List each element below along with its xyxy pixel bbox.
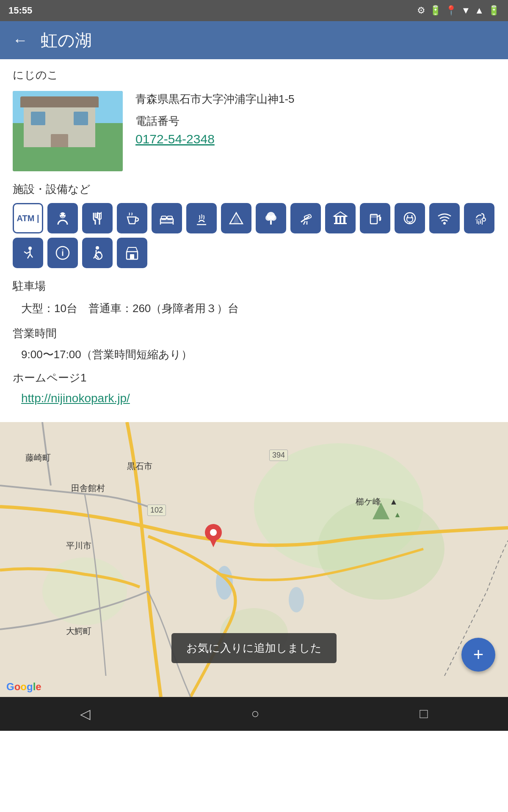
parking-section: 駐車場 大型：10台 普通車：260（身障者用３）台	[13, 279, 495, 318]
phone-link[interactable]: 0172-54-2348	[135, 132, 215, 146]
facility-garden	[256, 203, 286, 233]
location-icon: 📍	[445, 5, 457, 16]
homepage-label: ホームページ1	[13, 370, 495, 385]
svg-rect-44	[130, 254, 134, 259]
svg-rect-22	[340, 217, 341, 223]
facility-spa	[186, 203, 217, 233]
google-logo: Google	[6, 681, 41, 693]
battery-icon: 🔋	[488, 5, 500, 16]
hours-label: 営業時間	[13, 326, 495, 341]
page-title: 虹の湖	[41, 29, 92, 52]
battery-info-icon: 🔋	[430, 5, 441, 16]
svg-point-2	[64, 214, 66, 215]
map-container[interactable]: ▲ 藤崎町 田舎館村 黒石市 平川市 大鰐町 櫛ケ峰 ▲ 394 102 お気に…	[0, 422, 508, 697]
content-area: にじのこ 青森県黒石市大字沖浦字山神1-5 電話番号 0172-54-2348 …	[0, 59, 508, 422]
svg-rect-21	[335, 217, 337, 223]
phone-label: 電話番号	[135, 114, 495, 129]
facility-label: 施設・設備など	[13, 182, 495, 197]
map-town-kuroishi: 黒石市	[127, 461, 152, 472]
svg-point-31	[443, 222, 446, 225]
svg-text:i: i	[61, 248, 64, 258]
svg-rect-12	[270, 220, 272, 225]
map-town-inakadate: 田舎館村	[71, 483, 105, 494]
facility-icons: ATM |	[13, 203, 495, 268]
facility-camping	[221, 203, 251, 233]
facility-shop	[117, 238, 147, 268]
facility-electric	[395, 203, 425, 233]
svg-marker-55	[209, 538, 218, 547]
place-subtitle: にじのこ	[13, 68, 495, 82]
map-town-kushigamine: 櫛ケ峰 ▲	[356, 496, 398, 508]
svg-point-37	[28, 247, 32, 250]
back-button[interactable]: ←	[13, 31, 28, 49]
facility-accessible	[82, 238, 113, 268]
map-town-fujisaki: 藤崎町	[25, 452, 51, 464]
svg-point-13	[265, 215, 271, 221]
settings-icon: ⚙	[417, 5, 425, 16]
parking-text: 大型：10台 普通車：260（身障者用３）台	[21, 300, 495, 318]
facility-activity	[13, 238, 43, 268]
bottom-nav: ◁ ○ □	[0, 697, 508, 731]
map-town-owani: 大鰐町	[66, 625, 91, 637]
svg-point-51	[289, 587, 304, 612]
snackbar: お気に入りに追加しました	[171, 633, 337, 663]
facility-gas	[360, 203, 390, 233]
address-text: 青森県黒石市大字沖浦字山神1-5	[135, 91, 495, 107]
svg-point-40	[96, 246, 99, 250]
facility-wifi	[429, 203, 460, 233]
map-town-hirakawa: 平川市	[66, 540, 91, 551]
map-road-102: 102	[147, 505, 166, 516]
facility-atm: ATM |	[13, 203, 43, 233]
app-bar: ← 虹の湖	[0, 21, 508, 59]
svg-rect-26	[370, 214, 377, 218]
facility-telescope	[290, 203, 321, 233]
map-marker	[203, 522, 224, 551]
map-road-394: 394	[269, 450, 288, 461]
svg-rect-23	[343, 217, 345, 223]
address-block: 青森県黒石市大字沖浦字山神1-5 電話番号 0172-54-2348	[135, 91, 495, 171]
svg-point-56	[210, 529, 217, 536]
signal-icon: ▲	[475, 5, 484, 16]
facility-info: i	[47, 238, 78, 268]
wifi-icon: ▼	[461, 5, 470, 16]
facility-baby	[47, 203, 78, 233]
svg-point-14	[271, 215, 276, 221]
svg-text:▲: ▲	[394, 510, 401, 519]
homepage-section: ホームページ1 http://nijinokopark.jp/	[13, 370, 495, 405]
facility-cafe	[117, 203, 147, 233]
facility-museum	[325, 203, 356, 233]
facility-restaurant	[82, 203, 113, 233]
nav-back-button[interactable]: ◁	[67, 702, 103, 726]
svg-rect-24	[334, 223, 347, 224]
svg-line-17	[304, 221, 305, 225]
hours-section: 営業時間 9:00〜17:00（営業時間短縮あり）	[13, 326, 495, 362]
svg-rect-20	[334, 216, 347, 217]
info-row: 青森県黒石市大字沖浦字山神1-5 電話番号 0172-54-2348	[13, 91, 495, 171]
svg-point-1	[60, 214, 61, 215]
status-icons: ⚙ 🔋 📍 ▼ ▲ 🔋	[417, 5, 500, 16]
place-image	[13, 91, 123, 171]
svg-point-48	[42, 557, 127, 625]
parking-label: 駐車場	[13, 279, 495, 294]
svg-marker-19	[334, 212, 347, 216]
facility-shower	[464, 203, 494, 233]
nav-recent-button[interactable]: □	[407, 702, 440, 726]
status-time: 15:55	[8, 5, 32, 16]
homepage-link[interactable]: http://nijinokopark.jp/	[21, 392, 130, 405]
status-bar: 15:55 ⚙ 🔋 📍 ▼ ▲ 🔋	[0, 0, 508, 21]
svg-marker-10	[233, 213, 239, 224]
nav-home-button[interactable]: ○	[238, 702, 272, 726]
hours-text: 9:00〜17:00（営業時間短縮あり）	[21, 347, 495, 362]
facility-lodging	[152, 203, 182, 233]
fab-add[interactable]: +	[461, 638, 495, 672]
